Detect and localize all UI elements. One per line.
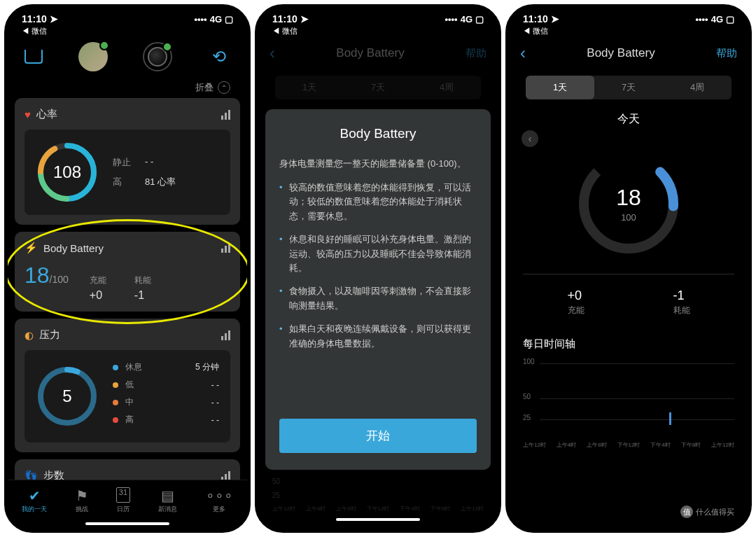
back-icon[interactable]: ‹ xyxy=(270,43,275,63)
seg-4week[interactable]: 4周 xyxy=(663,76,732,99)
intro-modal: Body Battery 身体电量测量您一整天的能量储备量 (0-100)。 较… xyxy=(265,109,491,470)
news-icon: ▤ xyxy=(161,487,174,503)
battery-icon: ▢ xyxy=(225,14,233,25)
help-button[interactable]: 帮助 xyxy=(716,47,737,60)
tab-myday[interactable]: ✔我的一天 xyxy=(22,487,47,514)
stress-icon: ◐ xyxy=(24,329,34,342)
hr-ring: 108 xyxy=(36,141,99,204)
stress-ring: 5 xyxy=(36,365,99,428)
battery-icon: ▢ xyxy=(475,14,484,25)
energy-stats: +0充能 -1耗能 xyxy=(509,274,748,330)
timeline-chart: 100 50 25 上午12时上午4时上午8时下午12时下午4时下午8时上午12… xyxy=(509,358,748,449)
title-bar: ‹ Body Battery 帮助 xyxy=(258,36,498,70)
location-icon: ➤ xyxy=(551,13,559,25)
steps-card[interactable]: 👣步数 175目标 xyxy=(15,459,240,480)
time: 11:10 xyxy=(22,13,47,25)
seg-1day[interactable]: 1天 xyxy=(275,76,344,99)
title-bar: ‹ Body Battery 帮助 xyxy=(509,36,748,70)
modal-bullets: 较高的数值意味着您的体能得到恢复，可以活动；较低的数值意味着您的体能处于消耗状态… xyxy=(279,181,477,412)
signal-icon: •••• xyxy=(194,14,206,25)
seg-7day[interactable]: 7天 xyxy=(594,76,663,99)
modal-title: Body Battery xyxy=(279,126,477,141)
segment-control[interactable]: 1天 7天 4周 xyxy=(275,76,481,99)
top-nav: ⟲ xyxy=(8,36,247,77)
data-bar xyxy=(669,412,671,425)
location-icon: ➤ xyxy=(50,13,58,25)
dot-high xyxy=(113,417,118,423)
avatar[interactable] xyxy=(78,42,108,71)
prev-day-icon[interactable]: ‹ xyxy=(522,130,538,147)
back-icon[interactable]: ‹ xyxy=(520,43,526,63)
more-icon: ∘∘∘ xyxy=(206,487,233,503)
status-bar: 11:10➤ ••••4G▢ xyxy=(258,8,498,26)
dot-rest xyxy=(113,365,118,370)
inbox-icon[interactable] xyxy=(24,50,43,64)
back-to-app[interactable]: ◀ 微信 xyxy=(258,26,498,36)
screen-intro: 11:10➤ ••••4G▢ ◀ 微信 ‹ Body Battery 帮助 1天… xyxy=(255,4,501,533)
chart-icon[interactable] xyxy=(221,243,230,253)
home-indicator[interactable] xyxy=(85,522,169,525)
location-icon: ➤ xyxy=(300,13,309,25)
calendar-icon: 31 xyxy=(116,487,130,503)
check-icon: ✔ xyxy=(29,487,41,503)
status-bar: 11:10➤ ••••4G▢ xyxy=(509,8,748,26)
signal-icon: •••• xyxy=(695,14,708,25)
device-icon[interactable] xyxy=(143,42,172,71)
chevron-up-icon: ⌃ xyxy=(218,81,230,94)
body-battery-card[interactable]: ⚡Body Battery 18/100 充能+0 耗能-1 xyxy=(15,232,240,312)
battery-person-icon: ⚡ xyxy=(24,242,38,254)
watermark: 什么值得买 xyxy=(675,503,740,521)
heart-rate-card[interactable]: ♥心率 108 静止- - 高81 心率 xyxy=(15,98,240,225)
timeline-chart-dim: 50 25 上午12时上午4时上午8时下午12时下午4时下午8时上午12时 xyxy=(258,477,498,512)
bb-gauge: 18100 xyxy=(573,148,685,260)
back-to-app[interactable]: ◀ 微信 xyxy=(509,26,748,36)
today-label: 今天 xyxy=(509,112,748,127)
chart-icon[interactable] xyxy=(221,330,230,340)
status-bar: 11:10➤ ••••4G▢ xyxy=(8,8,247,26)
segment-control[interactable]: 1天 7天 4周 xyxy=(526,76,732,99)
tab-calendar[interactable]: 31日历 xyxy=(116,487,130,514)
chart-icon[interactable] xyxy=(221,471,230,480)
network: 4G xyxy=(210,14,222,25)
stress-card[interactable]: ◐压力 5 休息5 分钟 低- - 中- - 高- - xyxy=(15,319,240,452)
timeline-heading: 每日时间轴 xyxy=(509,330,748,358)
tab-news[interactable]: ▤新消息 xyxy=(158,487,177,514)
tab-challenge[interactable]: ⚑挑战 xyxy=(76,487,88,514)
battery-icon: ▢ xyxy=(726,14,734,25)
heart-icon: ♥ xyxy=(24,109,31,120)
steps-icon: 👣 xyxy=(24,470,38,480)
start-button[interactable]: 开始 xyxy=(279,419,477,453)
sync-icon[interactable]: ⟲ xyxy=(208,46,230,68)
tab-more[interactable]: ∘∘∘更多 xyxy=(206,487,233,514)
seg-7day[interactable]: 7天 xyxy=(344,76,412,99)
dot-low xyxy=(113,382,118,388)
collapse-button[interactable]: 折叠⌃ xyxy=(8,77,247,98)
tab-bar: ✔我的一天 ⚑挑战 31日历 ▤新消息 ∘∘∘更多 xyxy=(8,480,247,519)
flag-icon: ⚑ xyxy=(76,487,88,503)
home-indicator[interactable] xyxy=(336,518,420,521)
seg-1day[interactable]: 1天 xyxy=(526,76,594,99)
back-to-app[interactable]: ◀ 微信 xyxy=(8,26,247,36)
help-button[interactable]: 帮助 xyxy=(465,47,486,60)
seg-4week[interactable]: 4周 xyxy=(412,76,481,99)
modal-intro: 身体电量测量您一整天的能量储备量 (0-100)。 xyxy=(279,157,477,171)
chart-icon[interactable] xyxy=(221,110,230,120)
screen-detail: 11:10➤ ••••4G▢ ◀ 微信 ‹ Body Battery 帮助 1天… xyxy=(505,4,752,533)
signal-icon: •••• xyxy=(444,14,457,25)
screen-myday: 11:10➤ ••••4G▢ ◀ 微信 ⟲ 折叠⌃ ♥心率 108 静止- - … xyxy=(4,4,251,533)
dot-med xyxy=(113,400,118,405)
cards-container: ♥心率 108 静止- - 高81 心率 ⚡Body Battery 18/10… xyxy=(8,98,247,480)
